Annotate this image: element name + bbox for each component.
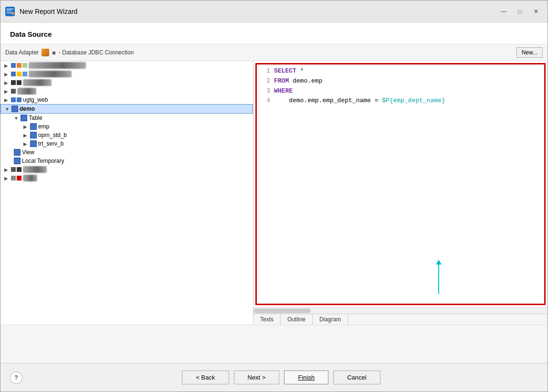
blurred-label xyxy=(23,175,37,181)
keyword-select: SELECT xyxy=(274,67,296,74)
table-icon xyxy=(21,115,27,121)
expand-arrow: ▶ xyxy=(4,63,11,68)
blurred-label xyxy=(23,166,47,173)
scrollbar-thumb[interactable] xyxy=(253,308,311,313)
tree-label: oprn_std_b xyxy=(38,132,67,138)
table-icon xyxy=(11,106,18,112)
close-button[interactable]: ✕ xyxy=(528,5,544,18)
page-header: Data Source xyxy=(0,22,548,44)
sql-param: $P{emp_dept_name} xyxy=(382,97,445,104)
list-item[interactable]: ▶ ugtg_web xyxy=(0,95,253,104)
list-item[interactable]: ▼ Table xyxy=(0,114,253,122)
tree-label: emp xyxy=(38,123,49,130)
blurred-label xyxy=(29,62,86,69)
titlebar: New Report Wizard — □ ✕ xyxy=(0,0,548,22)
maximize-button[interactable]: □ xyxy=(512,5,527,18)
help-button[interactable]: ? xyxy=(10,371,22,384)
adapter-label: Data Adapter xyxy=(5,49,39,56)
adapter-connection: - Database JDBC Connection xyxy=(59,49,134,56)
new-button[interactable]: New... xyxy=(516,47,543,58)
list-item-demo[interactable]: ▼ demo xyxy=(0,104,253,114)
list-item[interactable]: ▶ trt_serv_b xyxy=(0,139,253,148)
expand-arrow: ▼ xyxy=(14,116,21,121)
expand-arrow: ▶ xyxy=(23,124,30,129)
list-item[interactable]: ▶ xyxy=(0,87,253,95)
table-icon xyxy=(30,140,37,147)
keyword-from: FROM xyxy=(274,77,289,85)
sql-text: demo.emp.emp_dept_name = xyxy=(274,97,382,104)
keyword-where: WHERE xyxy=(274,87,293,95)
list-item[interactable]: View xyxy=(0,148,253,157)
adapter-icon xyxy=(42,49,49,56)
blurred-label xyxy=(23,79,52,86)
tree-label: Table xyxy=(29,115,42,121)
next-button[interactable]: Next > xyxy=(234,371,280,384)
sql-text: demo.emp xyxy=(289,77,322,85)
tree-label: View xyxy=(22,149,34,156)
main-window: New Report Wizard — □ ✕ Data Source Data… xyxy=(0,0,548,392)
expand-arrow: ▶ xyxy=(4,89,11,94)
table-icon xyxy=(14,149,21,156)
titlebar-controls: — □ ✕ xyxy=(496,5,544,18)
spacer-area xyxy=(0,325,548,363)
back-label: < Back xyxy=(196,374,215,381)
sql-text: * xyxy=(296,67,304,74)
cancel-button[interactable]: Cancel xyxy=(333,371,380,384)
main-area: Data Adapter ■ - Database JDBC Connectio… xyxy=(0,44,548,363)
adapter-separator: ■ xyxy=(52,49,56,56)
expand-arrow: ▶ xyxy=(4,97,11,103)
finish-label: Finish xyxy=(298,374,315,381)
tab-outline[interactable]: Outline xyxy=(281,314,313,325)
editor-content[interactable]: 1SELECT * 2FROM demo.emp 3WHERE 4 demo.e… xyxy=(257,64,544,108)
right-editor: 1SELECT * 2FROM demo.emp 3WHERE 4 demo.e… xyxy=(253,61,548,325)
horizontal-scrollbar[interactable] xyxy=(253,307,548,314)
table-icon xyxy=(30,132,37,138)
list-item[interactable]: ▶ oprn_std_b xyxy=(0,131,253,139)
editor-tabs: Texts Outline Diagram xyxy=(253,314,548,325)
list-item[interactable]: Local Temporary xyxy=(0,157,253,165)
left-tree[interactable]: ▶ ▶ xyxy=(0,61,253,325)
expand-arrow: ▼ xyxy=(5,106,11,112)
minimize-button[interactable]: — xyxy=(496,5,511,18)
line-number: 3 xyxy=(261,86,270,96)
finish-button[interactable]: Finish xyxy=(284,371,328,384)
svg-rect-3 xyxy=(7,12,12,13)
line-number: 4 xyxy=(261,96,270,106)
svg-rect-2 xyxy=(7,11,11,11)
tree-label: demo xyxy=(20,106,35,112)
split-pane: ▶ ▶ xyxy=(0,61,548,325)
footer-buttons: < Back Next > Finish Cancel xyxy=(24,371,538,384)
blurred-label xyxy=(17,88,36,95)
svg-rect-1 xyxy=(7,9,13,10)
arrow-indicator xyxy=(438,261,439,294)
list-item[interactable]: ▶ emp xyxy=(0,122,253,131)
wizard-icon xyxy=(4,6,16,17)
tab-texts[interactable]: Texts xyxy=(253,314,281,325)
tree-label: trt_serv_b xyxy=(38,140,63,147)
tree-label: Local Temporary xyxy=(22,158,64,164)
expand-arrow: ▶ xyxy=(23,141,30,147)
list-item[interactable]: ▶ xyxy=(0,61,253,70)
list-item[interactable]: ▶ xyxy=(0,78,253,87)
content-area: Data Source Data Adapter ■ - Database JD… xyxy=(0,22,548,392)
expand-arrow: ▶ xyxy=(4,167,11,172)
list-item[interactable]: ▶ xyxy=(0,70,253,78)
footer-help: ? xyxy=(10,371,24,384)
expand-arrow: ▶ xyxy=(4,176,11,181)
list-item[interactable]: ▶ xyxy=(0,165,253,174)
expand-arrow: ▶ xyxy=(4,80,11,85)
line-number: 2 xyxy=(261,76,270,86)
adapter-bar: Data Adapter ■ - Database JDBC Connectio… xyxy=(0,44,548,61)
tab-diagram[interactable]: Diagram xyxy=(313,314,348,325)
footer: ? < Back Next > Finish Cancel xyxy=(0,363,548,392)
blurred-label xyxy=(29,71,72,77)
table-icon xyxy=(14,158,21,164)
page-title: Data Source xyxy=(10,30,52,38)
cancel-label: Cancel xyxy=(347,374,366,381)
window-title: New Report Wizard xyxy=(20,8,496,15)
sql-editor[interactable]: 1SELECT * 2FROM demo.emp 3WHERE 4 demo.e… xyxy=(255,63,546,305)
back-button[interactable]: < Back xyxy=(182,371,229,384)
expand-arrow: ▶ xyxy=(4,72,11,77)
list-item[interactable]: ▶ xyxy=(0,174,253,182)
expand-arrow: ▶ xyxy=(23,133,30,138)
